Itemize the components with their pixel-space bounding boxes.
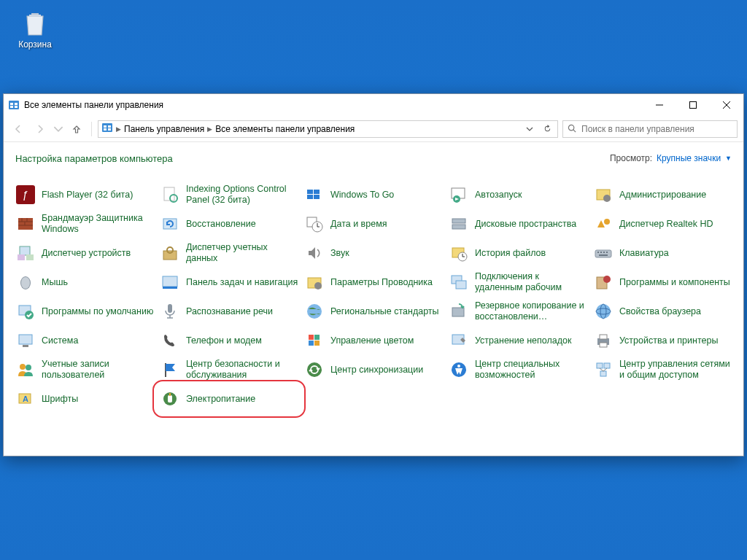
item-devices-printers[interactable]: Устройства и принтеры — [590, 326, 735, 355]
svg-rect-37 — [452, 219, 465, 223]
item-explorer-options[interactable]: Параметры Проводника — [301, 268, 446, 297]
item-remote-connections[interactable]: Подключения к удаленным рабочим — [446, 268, 590, 297]
item-sync-center[interactable]: Центр синхронизации — [301, 355, 446, 384]
item-network-sharing[interactable]: Центр управления сетями и общим доступом — [590, 355, 735, 384]
item-taskbar[interactable]: Панель задач и навигация — [157, 268, 301, 297]
search-box[interactable] — [562, 120, 738, 138]
keyboard-icon — [593, 243, 614, 263]
maximize-button[interactable] — [676, 94, 710, 116]
item-firewall[interactable]: Брандмауэр Защитника Windows — [12, 209, 157, 238]
windows-to-go-icon — [304, 184, 325, 205]
taskbar-icon — [160, 272, 180, 292]
item-ease-of-access[interactable]: Центр специальных возможностей — [446, 355, 590, 384]
item-troubleshooting[interactable]: Устранение неполадок — [446, 326, 590, 355]
chevron-down-icon: ▼ — [725, 155, 732, 162]
svg-line-95 — [603, 368, 607, 371]
item-region[interactable]: Региональные стандарты — [301, 297, 446, 326]
item-system[interactable]: Система — [12, 326, 157, 355]
back-button[interactable] — [9, 120, 27, 138]
svg-rect-43 — [163, 251, 177, 260]
svg-point-39 — [604, 219, 610, 225]
item-file-history[interactable]: История файлов — [446, 238, 590, 268]
item-storage-spaces[interactable]: Дисковые пространства — [446, 209, 590, 238]
view-value: Крупные значки — [657, 153, 721, 163]
svg-rect-41 — [18, 254, 25, 260]
window-title: Все элементы панели управления — [24, 100, 643, 110]
search-input[interactable] — [581, 124, 732, 134]
svg-rect-62 — [456, 281, 466, 289]
desktop-recycle-bin[interactable]: Корзина — [9, 7, 61, 50]
default-programs-icon — [15, 301, 36, 322]
svg-rect-42 — [26, 254, 34, 260]
item-backup-restore[interactable]: Резервное копирование и восстановлени… — [446, 297, 590, 326]
view-selector[interactable]: Просмотр: Крупные значки ▼ — [610, 153, 732, 163]
item-internet-options[interactable]: Свойства браузера — [590, 297, 735, 326]
refresh-button[interactable] — [540, 124, 554, 133]
storage-icon — [449, 214, 469, 234]
forward-button[interactable] — [31, 120, 49, 138]
up-button[interactable] — [68, 120, 85, 138]
users-icon — [15, 359, 36, 380]
item-speech[interactable]: Распознавание речи — [157, 297, 301, 326]
svg-rect-49 — [595, 250, 611, 257]
svg-rect-76 — [23, 345, 28, 347]
svg-rect-91 — [597, 363, 603, 368]
item-programs-features[interactable]: Программы и компоненты — [590, 268, 735, 297]
breadcrumb-current[interactable]: Все элементы панели управления — [215, 124, 355, 134]
close-button[interactable] — [710, 94, 743, 116]
nav-row: ▶ Панель управления ▶ Все элементы панел… — [4, 116, 743, 142]
svg-rect-19 — [314, 190, 320, 194]
window-icon — [8, 99, 20, 111]
item-credential-manager[interactable]: Диспетчер учетных данных — [157, 238, 301, 268]
item-mouse[interactable]: Мышь — [12, 268, 157, 297]
svg-point-88 — [307, 362, 322, 377]
item-realtek[interactable]: Диспетчер Realtek HD — [590, 209, 735, 238]
folder-options-icon — [304, 272, 325, 292]
svg-point-90 — [457, 365, 460, 368]
item-device-manager[interactable]: Диспетчер устройств — [12, 238, 157, 268]
color-icon — [304, 330, 325, 351]
svg-rect-21 — [314, 195, 320, 199]
recovery-icon — [160, 214, 180, 234]
item-user-accounts[interactable]: Учетные записи пользователей — [12, 355, 157, 384]
address-dropdown[interactable] — [522, 125, 537, 133]
svg-rect-71 — [452, 308, 464, 316]
item-flash-player[interactable]: ƒFlash Player (32 бита) — [12, 180, 157, 209]
item-date-time[interactable]: Дата и время — [301, 209, 446, 238]
svg-rect-84 — [600, 343, 607, 347]
item-default-programs[interactable]: Программы по умолчанию — [12, 297, 157, 326]
address-bar[interactable]: ▶ Панель управления ▶ Все элементы панел… — [98, 120, 558, 138]
item-power-options[interactable]: Электропитание — [152, 380, 306, 418]
item-recovery[interactable]: Восстановление — [157, 209, 301, 238]
svg-rect-12 — [104, 128, 107, 131]
svg-rect-26 — [18, 218, 33, 230]
chevron-right-icon: ▶ — [116, 125, 121, 133]
item-autoplay[interactable]: Автозапуск — [446, 180, 590, 209]
control-panel-icon — [101, 122, 113, 136]
admin-tools-icon — [593, 184, 614, 205]
programs-icon — [593, 272, 614, 292]
svg-line-15 — [573, 130, 576, 132]
item-color-management[interactable]: Управление цветом — [301, 326, 446, 355]
item-admin-tools[interactable]: Администрирование — [590, 180, 735, 209]
mouse-icon — [15, 272, 36, 292]
system-icon — [15, 330, 36, 351]
svg-rect-58 — [163, 287, 177, 289]
item-fonts[interactable]: AШрифты — [12, 384, 157, 413]
item-keyboard[interactable]: Клавиатура — [590, 238, 735, 268]
sync-icon — [304, 359, 325, 380]
power-icon — [160, 389, 180, 409]
titlebar: Все элементы панели управления — [4, 94, 743, 116]
svg-point-56 — [21, 277, 30, 289]
items-grid: ƒFlash Player (32 бита) Indexing Options… — [4, 174, 743, 421]
item-windows-to-go[interactable]: Windows To Go — [301, 180, 446, 209]
item-phone-modem[interactable]: Телефон и модем — [157, 326, 301, 355]
search-icon — [568, 124, 577, 133]
item-sound[interactable]: Звук — [301, 238, 446, 268]
minimize-button[interactable] — [643, 94, 676, 116]
svg-rect-52 — [603, 252, 605, 253]
recent-dropdown[interactable] — [53, 120, 63, 138]
item-indexing-options[interactable]: Indexing Options Control Panel (32 бита) — [157, 180, 301, 209]
svg-point-86 — [26, 365, 31, 370]
breadcrumb-root[interactable]: Панель управления — [124, 124, 204, 134]
